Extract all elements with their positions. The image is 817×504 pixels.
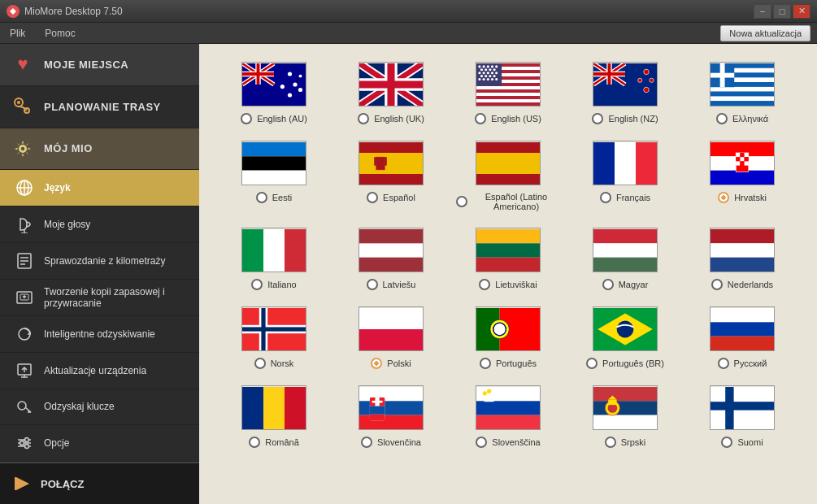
lang-item-sl[interactable]: Slovenščina — [450, 376, 567, 454]
svg-point-23 — [18, 402, 26, 410]
radio-ro[interactable] — [249, 437, 260, 448]
connect-button[interactable]: POŁĄCZ — [0, 462, 199, 504]
radio-fi[interactable] — [721, 437, 732, 448]
language-scroll-container[interactable]: English (AU) English (UK) — [199, 44, 817, 504]
lang-item-ro[interactable]: Română — [215, 376, 332, 454]
lang-item-en-us[interactable]: English (US) — [450, 52, 567, 131]
svg-point-50 — [280, 85, 285, 89]
lang-item-sk[interactable]: Slovenčina — [332, 376, 450, 454]
lang-item-es[interactable]: Español — [332, 131, 450, 218]
radio-sr[interactable] — [605, 437, 616, 448]
radio-hu[interactable] — [602, 279, 614, 290]
lang-item-et[interactable]: Eesti — [215, 131, 332, 218]
lang-item-pt[interactable]: Português — [450, 297, 567, 376]
svg-rect-145 — [285, 229, 306, 272]
svg-point-75 — [489, 68, 491, 71]
radio-hr[interactable] — [718, 192, 729, 203]
sidebar-section-planowanie[interactable]: PLANOWANIE TRASY — [0, 86, 199, 128]
flag-uk — [359, 62, 424, 106]
close-button[interactable]: ✕ — [793, 4, 810, 19]
sidebar-item-odzyskaj[interactable]: Odzyskaj klucze — [0, 389, 199, 426]
flag-hu — [593, 228, 658, 272]
radio-lt[interactable] — [479, 279, 490, 290]
svg-rect-66 — [476, 99, 540, 102]
sidebar-item-opcje-label: Opcje — [44, 437, 69, 449]
lang-item-en-au[interactable]: English (AU) — [215, 52, 332, 131]
minimize-button[interactable]: − — [754, 4, 771, 19]
svg-rect-161 — [242, 327, 306, 331]
lang-label-en-nz: English (NZ) — [608, 114, 658, 124]
radio-et[interactable] — [256, 192, 267, 203]
radio-no[interactable] — [254, 358, 266, 369]
sidebar-item-opcje[interactable]: Opcje — [0, 425, 199, 462]
menu-pomoc[interactable]: Pomoc — [41, 26, 78, 41]
menu-plik[interactable]: Plik — [7, 26, 28, 41]
update-button[interactable]: Nowa aktualizacja — [720, 25, 810, 41]
svg-rect-155 — [711, 243, 774, 257]
svg-rect-195 — [593, 415, 657, 428]
lang-item-nl[interactable]: Nederlands — [684, 218, 801, 297]
radio-es-la[interactable] — [456, 196, 467, 207]
flag-fi — [710, 385, 775, 430]
lang-label-pt: Português — [496, 358, 537, 368]
radio-nl[interactable] — [711, 279, 723, 290]
svg-point-31 — [20, 441, 24, 445]
radio-pt[interactable] — [480, 358, 491, 369]
maximize-button[interactable]: □ — [773, 4, 791, 19]
svg-rect-151 — [593, 229, 657, 243]
lang-item-pt-br[interactable]: Português (BR) — [567, 297, 684, 376]
lang-label-sl: Slovenščina — [492, 437, 540, 447]
lang-item-ru[interactable]: Русский — [684, 297, 801, 376]
radio-pl[interactable] — [371, 358, 382, 369]
lang-item-es-la[interactable]: Español (Latino Americano) — [450, 131, 567, 218]
lang-item-no[interactable]: Norsk — [215, 297, 332, 376]
lang-item-it[interactable]: Italiano — [215, 218, 332, 297]
radio-el[interactable] — [716, 113, 728, 124]
radio-en-uk[interactable] — [358, 113, 369, 124]
sidebar-item-aktualizacje-label: Aktualizacje urządzenia — [44, 365, 146, 376]
svg-point-101 — [650, 78, 654, 82]
lang-label-sr: Srpski — [621, 437, 646, 447]
sidebar-section-moje-miejsca[interactable]: ♥ MOJE MIEJSCA — [0, 44, 199, 86]
sidebar-item-tworzenie[interactable]: Tworzenie kopii zapasowej i przywracanie — [0, 280, 199, 316]
lang-item-lt[interactable]: Lietuviškai — [450, 218, 567, 297]
radio-ru[interactable] — [718, 358, 729, 369]
backup-icon — [13, 286, 36, 309]
radio-en-us[interactable] — [475, 113, 486, 124]
globe-icon — [13, 176, 36, 199]
lang-item-lv[interactable]: Latviešu — [332, 218, 450, 297]
sidebar-item-moje-glosy[interactable]: Moje głosy — [0, 206, 199, 243]
lang-label-el: Ελληνικά — [732, 114, 768, 124]
flag-us — [476, 62, 541, 106]
radio-sk[interactable] — [361, 437, 372, 448]
radio-lv[interactable] — [367, 279, 378, 290]
flag-nz — [593, 62, 658, 106]
radio-sl[interactable] — [476, 437, 487, 448]
lang-item-fi[interactable]: Suomi — [684, 376, 801, 454]
sidebar-item-sprawozdanie[interactable]: Sprawozdanie z kilometraży — [0, 243, 199, 280]
lang-item-pl[interactable]: Polski — [332, 297, 450, 376]
lang-item-sr[interactable]: Srpski — [567, 376, 684, 454]
sidebar-item-aktualizacje[interactable]: Aktualizacje urządzenia — [0, 353, 199, 389]
language-grid: English (AU) English (UK) — [215, 52, 801, 454]
radio-en-au[interactable] — [241, 113, 252, 124]
lang-item-hu[interactable]: Magyar — [567, 218, 684, 297]
radio-pt-br[interactable] — [586, 358, 598, 369]
sidebar-item-inteligentne[interactable]: Inteligentne odzyskiwanie — [0, 316, 199, 353]
sidebar-item-jezyk[interactable]: Język — [0, 170, 199, 206]
svg-point-89 — [491, 77, 493, 80]
lang-item-fr[interactable]: Français — [567, 131, 684, 218]
lang-item-en-uk[interactable]: English (UK) — [332, 52, 450, 131]
lang-item-hr[interactable]: Hrvatski — [684, 131, 801, 218]
lang-item-en-nz[interactable]: English (NZ) — [567, 52, 684, 131]
radio-fr[interactable] — [600, 192, 611, 203]
lang-item-el[interactable]: Ελληνικά — [684, 52, 801, 131]
svg-rect-142 — [745, 161, 749, 165]
content-area: English (AU) English (UK) — [199, 44, 817, 504]
svg-rect-198 — [608, 399, 616, 405]
svg-rect-128 — [615, 142, 636, 185]
radio-it[interactable] — [251, 279, 263, 290]
radio-en-nz[interactable] — [592, 113, 603, 124]
radio-es[interactable] — [367, 192, 378, 203]
sidebar-section-moj-mio[interactable]: MÓJ MIO — [0, 128, 199, 171]
